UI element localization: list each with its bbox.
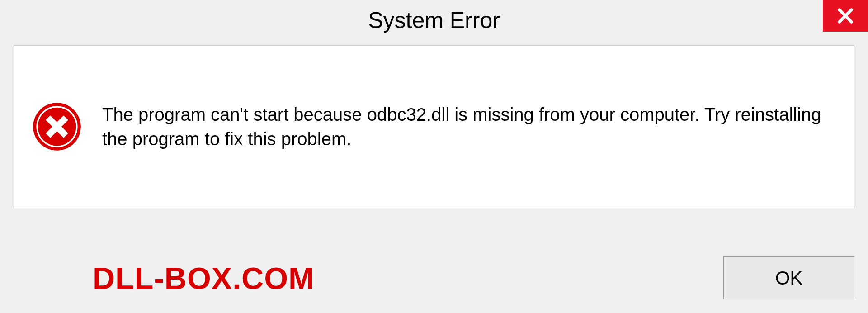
close-button[interactable] bbox=[823, 0, 868, 32]
content-panel: The program can't start because odbc32.d… bbox=[14, 45, 854, 208]
dialog-footer: DLL-BOX.COM OK bbox=[14, 256, 854, 299]
ok-button[interactable]: OK bbox=[723, 256, 854, 299]
error-icon bbox=[32, 102, 82, 152]
error-message: The program can't start because odbc32.d… bbox=[102, 102, 836, 151]
watermark-text: DLL-BOX.COM bbox=[14, 261, 315, 296]
close-icon bbox=[836, 7, 854, 25]
title-bar: System Error bbox=[0, 0, 868, 41]
error-dialog: System Error The program can't start bec… bbox=[0, 0, 868, 313]
dialog-title: System Error bbox=[368, 7, 500, 33]
